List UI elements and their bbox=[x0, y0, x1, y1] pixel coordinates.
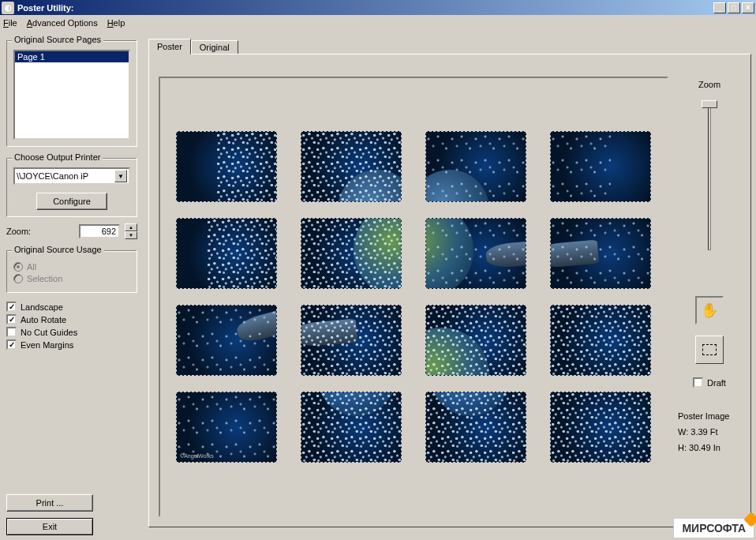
check-auto-rotate-label: Auto Rotate bbox=[21, 315, 66, 324]
radio-all-label: All bbox=[27, 262, 36, 272]
info-height: H: 30.49 In bbox=[678, 441, 729, 456]
tile bbox=[176, 131, 277, 202]
sidebar: Original Source Pages Page 1 Choose Outp… bbox=[0, 31, 144, 540]
tile bbox=[301, 392, 402, 463]
usage-legend: Original Source Usage bbox=[12, 245, 104, 254]
marquee-icon bbox=[702, 344, 717, 355]
maximize-button[interactable]: □ bbox=[728, 2, 740, 13]
usage-group: Original Source Usage All Selection bbox=[6, 250, 137, 293]
tile bbox=[550, 305, 651, 376]
tile bbox=[550, 392, 651, 463]
image-credit: ©AngelWorks bbox=[180, 453, 214, 459]
printer-selected: \\JOYCE\Canon iP bbox=[17, 171, 114, 181]
tile bbox=[425, 131, 526, 202]
source-pages-legend: Original Source Pages bbox=[12, 35, 103, 44]
page-watermark: МИРСОФТА bbox=[673, 518, 754, 538]
check-landscape[interactable]: ✓ bbox=[6, 302, 17, 312]
tile bbox=[425, 305, 526, 376]
configure-button[interactable]: Configure bbox=[36, 193, 107, 210]
main-area: Poster Original ©AngelWork bbox=[144, 31, 756, 540]
chevron-down-icon[interactable]: ▼ bbox=[114, 170, 127, 182]
zoom-spinner[interactable]: ▲ ▼ bbox=[125, 223, 137, 239]
menu-advanced[interactable]: Advanced Options bbox=[27, 18, 98, 28]
tile bbox=[176, 305, 277, 376]
printer-group: Choose Output Printer \\JOYCE\Canon iP ▼… bbox=[6, 158, 137, 217]
check-even-margins-label: Even Margins bbox=[21, 340, 73, 350]
info-title: Poster Image bbox=[678, 409, 729, 425]
radio-selection-row: Selection bbox=[13, 274, 130, 283]
radio-all bbox=[13, 262, 23, 272]
app-icon: ◐ bbox=[2, 2, 14, 14]
poster-tiles: ©AngelWorks bbox=[160, 115, 667, 478]
tile bbox=[176, 218, 277, 289]
right-panel: Zoom ✋ Draft Poster Image W: 3.39 Ft H: … bbox=[678, 77, 741, 517]
printer-legend: Choose Output Printer bbox=[12, 152, 103, 162]
zoom-row: Zoom: 692 ▲ ▼ bbox=[6, 223, 137, 239]
select-tool-button[interactable] bbox=[695, 336, 724, 364]
radio-all-row: All bbox=[13, 262, 130, 272]
tab-original[interactable]: Original bbox=[191, 40, 238, 54]
hand-icon: ✋ bbox=[701, 302, 718, 319]
check-no-cut-label: No Cut Guides bbox=[21, 328, 77, 337]
info-width: W: 3.39 Ft bbox=[678, 425, 729, 441]
spin-down-icon[interactable]: ▼ bbox=[125, 231, 137, 239]
tile bbox=[301, 131, 402, 202]
check-landscape-label: Landscape bbox=[21, 302, 63, 312]
tab-panel: ©AngelWorks Zoom ✋ Draft Poster Image bbox=[148, 54, 751, 527]
zoom-slider[interactable] bbox=[702, 100, 717, 258]
tile bbox=[550, 218, 651, 289]
pan-tool-button[interactable]: ✋ bbox=[695, 296, 724, 324]
poster-preview[interactable]: ©AngelWorks bbox=[159, 77, 668, 517]
check-no-cut[interactable] bbox=[6, 327, 17, 337]
source-pages-list[interactable]: Page 1 bbox=[13, 50, 130, 140]
printer-dropdown[interactable]: \\JOYCE\Canon iP ▼ bbox=[13, 167, 130, 185]
list-item[interactable]: Page 1 bbox=[15, 51, 129, 62]
slider-thumb[interactable] bbox=[702, 100, 717, 108]
window-title: Poster Utility: bbox=[17, 3, 74, 13]
radio-selection bbox=[13, 274, 23, 283]
zoom-input[interactable]: 692 bbox=[79, 224, 120, 238]
tile bbox=[301, 218, 402, 289]
poster-info: Poster Image W: 3.39 Ft H: 30.49 In bbox=[678, 409, 729, 456]
tab-poster[interactable]: Poster bbox=[148, 39, 191, 54]
tile: ©AngelWorks bbox=[176, 392, 277, 463]
tabs: Poster Original bbox=[148, 39, 751, 54]
zoom-label-right: Zoom bbox=[698, 80, 720, 89]
minimize-button[interactable]: _ bbox=[713, 2, 726, 13]
zoom-label: Zoom: bbox=[6, 227, 31, 236]
check-draft-label: Draft bbox=[707, 378, 726, 388]
check-draft[interactable] bbox=[693, 377, 703, 388]
print-button[interactable]: Print ... bbox=[6, 494, 93, 512]
check-auto-rotate[interactable]: ✓ bbox=[6, 314, 17, 324]
tile bbox=[301, 305, 402, 376]
menu-file[interactable]: File bbox=[3, 18, 17, 28]
check-even-margins[interactable]: ✓ bbox=[6, 339, 17, 350]
titlebar: ◐ Poster Utility: _ □ × bbox=[0, 0, 756, 15]
menu-help[interactable]: Help bbox=[107, 18, 125, 28]
radio-selection-label: Selection bbox=[27, 274, 62, 283]
source-pages-group: Original Source Pages Page 1 bbox=[6, 40, 137, 147]
tile bbox=[425, 218, 526, 289]
exit-button[interactable]: Exit bbox=[6, 518, 93, 535]
close-button[interactable]: × bbox=[742, 2, 754, 13]
tile bbox=[425, 392, 526, 463]
tile bbox=[550, 131, 651, 202]
menubar: File Advanced Options Help bbox=[0, 15, 756, 31]
spin-up-icon[interactable]: ▲ bbox=[125, 223, 137, 231]
